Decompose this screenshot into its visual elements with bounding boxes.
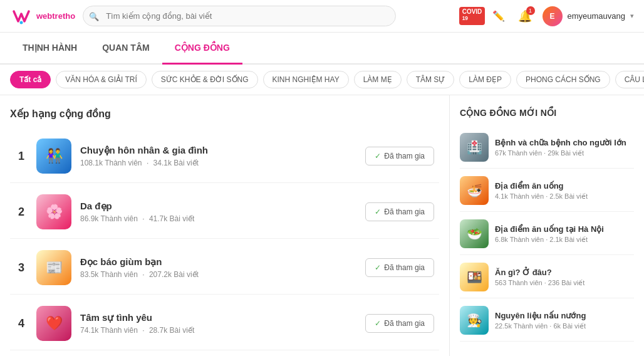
avatar: 📰 <box>36 250 71 285</box>
cat-suc-khoe[interactable]: SỨC KHỎE & ĐỜI SỐNG <box>152 71 258 88</box>
community-stats: 22.5k Thành viên · 6k Bài viết <box>495 322 586 330</box>
check-icon: ✓ <box>375 152 381 160</box>
avatar: 🌸 <box>36 194 71 229</box>
community-name: Địa điểm ăn uống <box>495 181 588 191</box>
avatar: 🍜 <box>460 176 489 205</box>
community-name: Nguyên liệu nấu nướng <box>495 311 586 320</box>
join-button[interactable]: ✓ Đã tham gia <box>365 147 434 165</box>
check-icon: ✓ <box>375 207 381 216</box>
logo-icon <box>10 5 33 28</box>
table-row: 3 📰 Đọc báo giùm bạn 83.5k Thành viên · … <box>10 241 439 295</box>
community-info: Địa điểm ăn uống tại Hà Nội 6.8k Thành v… <box>495 224 604 244</box>
avatar: ❤️ <box>36 306 71 341</box>
community-stats: 4.1k Thành viên · 2.5k Bài viết <box>495 192 588 201</box>
main-content: Xếp hạng cộng đồng 1 👫 Chuyện hôn nhân &… <box>0 95 644 356</box>
rank-2: 2 <box>15 206 28 219</box>
community-name: Đọc báo giùm bạn <box>80 256 356 268</box>
cat-tat-ca[interactable]: Tất cả <box>10 71 51 88</box>
tab-cong-dong[interactable]: CỘNG ĐỒNG <box>162 33 242 65</box>
new-community-title: CỘNG ĐỒNG MỚI NỔI <box>460 108 634 118</box>
join-button[interactable]: ✓ Đã tham gia <box>365 258 434 277</box>
community-stats: 74.1k Thành viên · 28.7k Bài viết <box>80 326 356 335</box>
nav-tabs: THỊNH HÀNH QUAN TÂM CỘNG ĐỒNG <box>0 33 644 65</box>
user-menu[interactable]: E emyeumauvang ▾ <box>543 6 635 26</box>
header-right: COVID 19 ✏️ 🔔 1 E emyeumauvang ▾ <box>464 6 635 26</box>
community-info: Chuyện hôn nhân & gia đình 108.1k Thành … <box>80 145 356 167</box>
avatar: E <box>543 6 563 26</box>
rank-4: 4 <box>15 317 28 330</box>
community-stats: 563 Thành viên · 236 Bài viết <box>495 279 584 287</box>
logo-text: webtretho <box>36 11 75 21</box>
avatar: 🧑‍🍳 <box>460 306 489 335</box>
category-bar: Tất cả VĂN HÓA & GIẢI TRÍ SỨC KHỎE & ĐỜI… <box>0 65 644 95</box>
community-info: Ăn gì? Ở đâu? 563 Thành viên · 236 Bài v… <box>495 268 584 287</box>
covid-badge: COVID 19 <box>459 7 486 25</box>
list-item: 🏥 Bệnh và chữa bệnh cho người lớn 67k Th… <box>460 127 634 169</box>
community-info: Da đẹp 86.9k Thành viên · 41.7k Bài viết <box>80 201 356 223</box>
community-name: Da đẹp <box>80 201 356 212</box>
community-info: Tâm sự tình yêu 74.1k Thành viên · 28.7k… <box>80 312 356 335</box>
list-item: 🧑‍🍳 Nguyên liệu nấu nướng 22.5k Thành vi… <box>460 300 634 342</box>
cat-van-hoa[interactable]: VĂN HÓA & GIẢI TRÍ <box>56 71 146 88</box>
search-bar: 🔍 <box>83 6 396 26</box>
cat-tam-su[interactable]: TÂM SỰ <box>407 71 455 88</box>
join-button[interactable]: ✓ Đã tham gia <box>365 314 434 333</box>
community-name: Chuyện hôn nhân & gia đình <box>80 145 356 156</box>
rank-3: 3 <box>15 261 28 275</box>
community-name: Ăn gì? Ở đâu? <box>495 268 584 277</box>
tab-thinh-hanh[interactable]: THỊNH HÀNH <box>10 33 90 65</box>
avatar: 🥗 <box>460 219 489 248</box>
community-name: Bệnh và chữa bệnh cho người lớn <box>495 138 626 147</box>
right-panel: CỘNG ĐỒNG MỚI NỔI 🏥 Bệnh và chữa bệnh ch… <box>450 95 644 356</box>
community-info: Địa điểm ăn uống 4.1k Thành viên · 2.5k … <box>495 181 588 201</box>
join-button[interactable]: ✓ Đã tham gia <box>365 202 434 221</box>
check-icon: ✓ <box>375 319 381 328</box>
check-icon: ✓ <box>375 263 381 272</box>
community-name: Tâm sự tình yêu <box>80 312 356 323</box>
svg-point-1 <box>20 21 23 24</box>
list-item: 🍱 Ăn gì? Ở đâu? 563 Thành viên · 236 Bài… <box>460 256 634 298</box>
header: webtretho 🔍 COVID 19 ✏️ 🔔 1 E emyeumauva… <box>0 0 644 33</box>
cat-lam-me[interactable]: LÀM MẸ <box>354 71 402 88</box>
table-row: 4 ❤️ Tâm sự tình yêu 74.1k Thành viên · … <box>10 297 439 350</box>
table-row: 1 👫 Chuyện hôn nhân & gia đình 108.1k Th… <box>10 130 439 183</box>
community-name: Địa điểm ăn uống tại Hà Nội <box>495 224 604 234</box>
notification-badge: 1 <box>526 6 535 15</box>
rank-1: 1 <box>15 150 28 163</box>
community-stats: 86.9k Thành viên · 41.7k Bài viết <box>80 214 356 223</box>
covid-icon[interactable]: COVID 19 <box>464 8 481 25</box>
chevron-down-icon: ▾ <box>630 12 634 20</box>
list-item: 🥗 Địa điểm ăn uống tại Hà Nội 6.8k Thành… <box>460 213 634 255</box>
cat-kinh-nghiem[interactable]: KINH NGHIỆM HAY <box>263 71 349 88</box>
cat-phong-cach[interactable]: PHONG CÁCH SỐNG <box>516 71 610 88</box>
table-row: 5 🤰 Mang thai - Chuẩn bị sinh 70.6k Thàn… <box>10 353 439 356</box>
list-item: 🍜 Địa điểm ăn uống 4.1k Thành viên · 2.5… <box>460 170 634 212</box>
community-info: Nguyên liệu nấu nướng 22.5k Thành viên ·… <box>495 311 586 330</box>
community-stats: 83.5k Thành viên · 207.2k Bài viết <box>80 270 356 279</box>
cat-lam-dep[interactable]: LÀM ĐẸP <box>459 71 511 88</box>
avatar: 🏥 <box>460 133 489 162</box>
notification-icon[interactable]: 🔔 1 <box>516 8 534 25</box>
community-stats: 6.8k Thành viên · 2.1k Bài viết <box>495 236 604 244</box>
logo[interactable]: webtretho <box>10 5 75 28</box>
table-row: 2 🌸 Da đẹp 86.9k Thành viên · 41.7k Bài … <box>10 186 439 239</box>
avatar: 🍱 <box>460 263 489 291</box>
edit-icon[interactable]: ✏️ <box>490 8 507 25</box>
new-community-list: 🏥 Bệnh và chữa bệnh cho người lớn 67k Th… <box>460 127 634 342</box>
search-input[interactable] <box>83 6 396 26</box>
community-info: Bệnh và chữa bệnh cho người lớn 67k Thàn… <box>495 138 626 157</box>
search-icon: 🔍 <box>89 11 99 21</box>
tab-quan-tam[interactable]: QUAN TÂM <box>90 33 162 65</box>
community-info: Đọc báo giùm bạn 83.5k Thành viên · 207.… <box>80 256 356 279</box>
community-stats: 108.1k Thành viên · 34.1k Bài viết <box>80 159 356 167</box>
avatar: 👫 <box>36 139 71 174</box>
ranking-title: Xếp hạng cộng đồng <box>10 108 439 120</box>
community-list: 1 👫 Chuyện hôn nhân & gia đình 108.1k Th… <box>10 130 439 356</box>
cat-cau-lac-bo[interactable]: CÂU L... <box>615 71 644 88</box>
community-stats: 67k Thành viên · 29k Bài viết <box>495 149 626 157</box>
username: emyeumauvang <box>568 11 626 21</box>
left-panel: Xếp hạng cộng đồng 1 👫 Chuyện hôn nhân &… <box>0 95 450 356</box>
